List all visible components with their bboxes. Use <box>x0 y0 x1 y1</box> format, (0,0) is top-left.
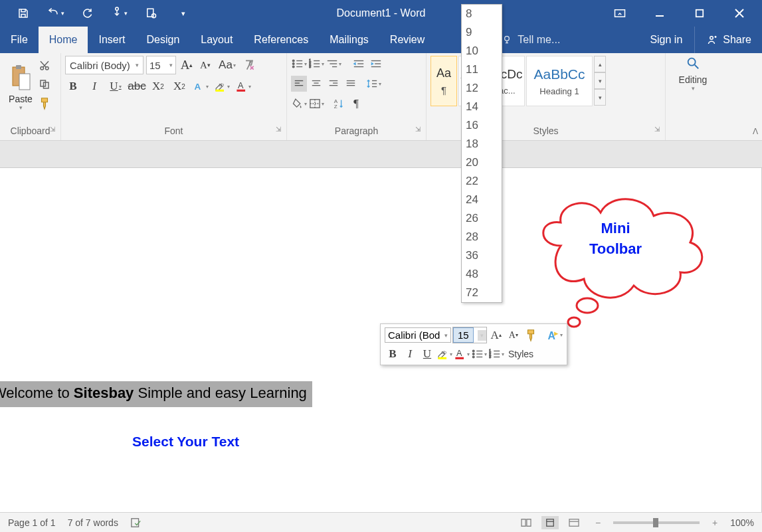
font-size-dropdown[interactable]: 8 9 10 11 12 14 16 18 20 22 24 26 28 36 … <box>461 4 502 303</box>
redo-button[interactable] <box>77 3 97 23</box>
mini-styles[interactable]: Styles <box>506 346 536 362</box>
paragraph-launcher[interactable]: ⇲ <box>415 126 421 133</box>
styles-row-up[interactable]: ▴ <box>594 56 606 72</box>
underline-button[interactable]: U <box>108 78 124 94</box>
subscript-button[interactable]: X2 <box>150 78 166 94</box>
increase-indent-button[interactable] <box>368 56 384 72</box>
shading-button[interactable] <box>291 96 307 112</box>
styles-expand[interactable]: ▾ <box>594 89 606 106</box>
page-indicator[interactable]: Page 1 of 1 <box>8 517 56 528</box>
mini-highlight[interactable]: ab <box>436 346 452 362</box>
undo-button[interactable]: ▾ <box>45 3 65 23</box>
minimize-button[interactable] <box>646 3 673 23</box>
font-color-button[interactable]: A <box>235 78 251 94</box>
font-launcher[interactable]: ⇲ <box>276 126 281 133</box>
style-heading1[interactable]: AaBbCc Heading 1 <box>526 56 593 106</box>
font-size-combo[interactable]: 15▾ <box>146 56 176 74</box>
mini-numbering[interactable]: 123 <box>488 346 504 362</box>
mini-font-combo[interactable]: Calibri (Bod▾ <box>385 327 451 343</box>
shrink-font-button[interactable]: A▾ <box>197 57 213 73</box>
mini-italic[interactable]: I <box>402 346 418 362</box>
tab-mailings[interactable]: Mailings <box>319 27 379 53</box>
cut-button[interactable] <box>39 60 53 74</box>
tab-file[interactable]: File <box>0 27 39 53</box>
customize-qat-button[interactable]: ▾ <box>173 3 193 23</box>
align-center-button[interactable] <box>308 76 324 92</box>
maximize-button[interactable] <box>686 3 713 23</box>
tab-insert[interactable]: Insert <box>88 27 136 53</box>
tab-layout[interactable]: Layout <box>190 27 243 53</box>
paste-button[interactable]: Paste ▾ <box>4 56 37 119</box>
size-option[interactable]: 14 <box>462 98 502 116</box>
multilevel-list-button[interactable] <box>326 56 341 72</box>
mini-font-color[interactable]: A <box>454 346 470 362</box>
size-option[interactable]: 24 <box>462 191 502 209</box>
zoom-slider[interactable] <box>613 521 700 524</box>
line-spacing-button[interactable] <box>365 76 381 92</box>
text-effects-button[interactable]: A <box>193 78 209 94</box>
web-layout-button[interactable] <box>565 516 583 529</box>
clipboard-launcher[interactable]: ⇲ <box>50 126 55 133</box>
editing-button[interactable]: Editing ▾ <box>670 56 716 92</box>
mini-bullets[interactable] <box>471 346 487 362</box>
mini-shrink-font[interactable]: A▾ <box>506 327 522 343</box>
size-option[interactable]: 72 <box>462 284 502 302</box>
font-name-combo[interactable]: Calibri (Body)▾ <box>65 56 143 74</box>
size-option[interactable]: 8 <box>462 5 502 23</box>
zoom-level[interactable]: 100% <box>730 517 754 528</box>
document-page[interactable]: Welcome to Sitesbay Simple and easy Lear… <box>0 167 762 532</box>
tab-home[interactable]: Home <box>39 27 88 53</box>
print-preview-button[interactable] <box>141 3 161 23</box>
change-case-button[interactable]: Aa <box>216 57 238 73</box>
size-option[interactable]: 18 <box>462 135 502 153</box>
style-normal[interactable]: Aa ¶ <box>430 56 457 106</box>
mini-format-painter[interactable] <box>523 327 539 343</box>
close-button[interactable] <box>726 3 753 23</box>
spell-check-icon[interactable] <box>130 517 142 528</box>
show-marks-button[interactable]: ¶ <box>348 96 364 112</box>
size-option[interactable]: 22 <box>462 172 502 191</box>
align-right-button[interactable] <box>326 76 341 92</box>
mini-underline[interactable]: U <box>419 346 435 362</box>
borders-button[interactable] <box>308 96 324 112</box>
size-option[interactable]: 12 <box>462 79 502 98</box>
styles-launcher[interactable]: ⇲ <box>654 126 660 133</box>
copy-button[interactable] <box>39 78 53 93</box>
grow-font-button[interactable]: A▴ <box>179 57 195 73</box>
size-option[interactable]: 9 <box>462 23 502 42</box>
sign-in-button[interactable]: Sign in <box>638 27 694 53</box>
save-button[interactable] <box>13 3 33 23</box>
collapse-ribbon-button[interactable]: ᐱ <box>753 127 758 136</box>
mini-grow-font[interactable]: A▴ <box>488 327 504 343</box>
size-option[interactable]: 36 <box>462 246 502 265</box>
styles-row-down[interactable]: ▾ <box>594 72 606 89</box>
ribbon-display-button[interactable] <box>607 3 633 23</box>
decrease-indent-button[interactable] <box>351 56 367 72</box>
read-mode-button[interactable] <box>518 516 535 529</box>
superscript-button[interactable]: X2 <box>171 78 187 94</box>
size-option[interactable]: 10 <box>462 42 502 60</box>
justify-button[interactable] <box>343 76 359 92</box>
selected-text[interactable]: Welcome to Sitesbay Simple and easy Lear… <box>0 381 312 407</box>
sort-button[interactable]: AZ <box>331 96 347 112</box>
tab-review[interactable]: Review <box>379 27 435 53</box>
highlight-button[interactable]: ab <box>214 78 230 94</box>
tab-design[interactable]: Design <box>136 27 190 53</box>
size-option[interactable]: 48 <box>462 265 502 284</box>
size-option[interactable]: 26 <box>462 209 502 228</box>
tell-me-search[interactable]: Tell me... <box>502 27 560 53</box>
tab-references[interactable]: References <box>243 27 319 53</box>
numbering-button[interactable]: 123 <box>308 56 324 72</box>
mini-size-combo[interactable]: 15▾ <box>452 327 487 343</box>
zoom-in-button[interactable]: + <box>706 516 723 529</box>
align-left-button[interactable] <box>291 76 307 92</box>
size-option[interactable]: 16 <box>462 116 502 135</box>
zoom-out-button[interactable]: − <box>589 516 607 529</box>
clear-formatting-button[interactable] <box>241 57 257 73</box>
size-option[interactable]: 28 <box>462 228 502 246</box>
word-count[interactable]: 7 of 7 words <box>68 517 118 528</box>
bullets-button[interactable] <box>291 56 307 72</box>
size-option[interactable]: 20 <box>462 153 502 172</box>
strikethrough-button[interactable]: abc <box>129 78 145 94</box>
touch-mode-button[interactable]: ▾ <box>109 3 129 23</box>
